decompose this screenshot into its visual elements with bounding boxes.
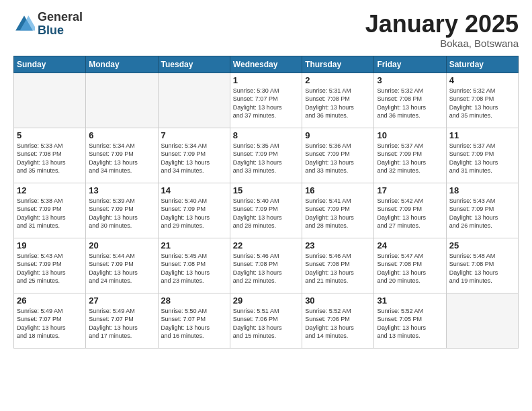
calendar-week-1: 1Sunrise: 5:30 AM Sunset: 7:07 PM Daylig… — [14, 73, 519, 128]
header-monday: Monday — [86, 56, 158, 73]
calendar-cell — [14, 73, 86, 128]
day-number: 10 — [377, 130, 443, 140]
calendar-cell: 3Sunrise: 5:32 AM Sunset: 7:08 PM Daylig… — [374, 73, 446, 128]
calendar-cell: 6Sunrise: 5:34 AM Sunset: 7:09 PM Daylig… — [86, 128, 158, 183]
header-row: Sunday Monday Tuesday Wednesday Thursday… — [14, 56, 519, 73]
day-number: 7 — [161, 130, 227, 140]
calendar-cell — [446, 293, 518, 348]
header-wednesday: Wednesday — [230, 56, 302, 73]
day-number: 27 — [89, 295, 154, 306]
calendar-week-2: 5Sunrise: 5:33 AM Sunset: 7:08 PM Daylig… — [14, 128, 519, 183]
day-number: 30 — [305, 295, 371, 306]
day-number: 26 — [17, 295, 83, 306]
day-info: Sunrise: 5:48 AM Sunset: 7:08 PM Dayligh… — [449, 252, 515, 285]
day-info: Sunrise: 5:40 AM Sunset: 7:09 PM Dayligh… — [233, 197, 299, 230]
calendar-cell: 2Sunrise: 5:31 AM Sunset: 7:08 PM Daylig… — [302, 73, 374, 128]
day-number: 11 — [449, 130, 515, 140]
calendar-cell: 17Sunrise: 5:42 AM Sunset: 7:09 PM Dayli… — [374, 183, 446, 238]
day-info: Sunrise: 5:52 AM Sunset: 7:05 PM Dayligh… — [377, 307, 443, 340]
day-number: 1 — [233, 75, 299, 85]
calendar-cell: 15Sunrise: 5:40 AM Sunset: 7:09 PM Dayli… — [230, 183, 302, 238]
day-info: Sunrise: 5:39 AM Sunset: 7:09 PM Dayligh… — [89, 197, 154, 230]
calendar-cell: 8Sunrise: 5:35 AM Sunset: 7:09 PM Daylig… — [230, 128, 302, 183]
calendar-cell — [86, 73, 158, 128]
header-sunday: Sunday — [14, 56, 86, 73]
day-info: Sunrise: 5:33 AM Sunset: 7:08 PM Dayligh… — [17, 142, 83, 175]
day-info: Sunrise: 5:41 AM Sunset: 7:09 PM Dayligh… — [305, 197, 371, 230]
day-info: Sunrise: 5:30 AM Sunset: 7:07 PM Dayligh… — [233, 87, 299, 120]
day-number: 2 — [305, 75, 371, 85]
calendar-week-5: 26Sunrise: 5:49 AM Sunset: 7:07 PM Dayli… — [14, 293, 519, 348]
calendar-header: Sunday Monday Tuesday Wednesday Thursday… — [14, 56, 519, 73]
calendar-title: January 2025 — [365, 11, 519, 38]
calendar-cell: 29Sunrise: 5:51 AM Sunset: 7:06 PM Dayli… — [230, 293, 302, 348]
calendar-cell — [158, 73, 230, 128]
day-info: Sunrise: 5:34 AM Sunset: 7:09 PM Dayligh… — [89, 142, 154, 175]
day-number: 29 — [233, 295, 299, 306]
day-number: 23 — [305, 240, 371, 250]
day-info: Sunrise: 5:52 AM Sunset: 7:06 PM Dayligh… — [305, 307, 371, 340]
day-number: 4 — [449, 75, 515, 85]
day-number: 14 — [161, 185, 227, 195]
day-info: Sunrise: 5:42 AM Sunset: 7:09 PM Dayligh… — [377, 197, 443, 230]
day-info: Sunrise: 5:31 AM Sunset: 7:08 PM Dayligh… — [305, 87, 371, 120]
calendar-cell: 20Sunrise: 5:44 AM Sunset: 7:09 PM Dayli… — [86, 238, 158, 293]
day-info: Sunrise: 5:35 AM Sunset: 7:09 PM Dayligh… — [233, 142, 299, 175]
calendar-table: Sunday Monday Tuesday Wednesday Thursday… — [13, 56, 519, 349]
calendar-cell: 28Sunrise: 5:50 AM Sunset: 7:07 PM Dayli… — [158, 293, 230, 348]
calendar-cell: 18Sunrise: 5:43 AM Sunset: 7:09 PM Dayli… — [446, 183, 518, 238]
calendar-cell: 19Sunrise: 5:43 AM Sunset: 7:09 PM Dayli… — [14, 238, 86, 293]
logo-text: General Blue — [38, 11, 83, 38]
logo-blue: Blue — [38, 24, 83, 38]
calendar-cell: 16Sunrise: 5:41 AM Sunset: 7:09 PM Dayli… — [302, 183, 374, 238]
calendar-cell: 26Sunrise: 5:49 AM Sunset: 7:07 PM Dayli… — [14, 293, 86, 348]
calendar-subtitle: Bokaa, Botswana — [365, 38, 519, 49]
day-number: 8 — [233, 130, 299, 140]
calendar-cell: 7Sunrise: 5:34 AM Sunset: 7:09 PM Daylig… — [158, 128, 230, 183]
calendar-cell: 4Sunrise: 5:32 AM Sunset: 7:08 PM Daylig… — [446, 73, 518, 128]
day-info: Sunrise: 5:37 AM Sunset: 7:09 PM Dayligh… — [449, 142, 515, 175]
day-number: 16 — [305, 185, 371, 195]
day-number: 6 — [89, 130, 154, 140]
day-number: 5 — [17, 130, 83, 140]
calendar-cell: 13Sunrise: 5:39 AM Sunset: 7:09 PM Dayli… — [86, 183, 158, 238]
day-info: Sunrise: 5:45 AM Sunset: 7:08 PM Dayligh… — [161, 252, 227, 285]
day-number: 9 — [305, 130, 371, 140]
day-number: 17 — [377, 185, 443, 195]
day-info: Sunrise: 5:49 AM Sunset: 7:07 PM Dayligh… — [89, 307, 154, 340]
day-number: 19 — [17, 240, 83, 250]
day-info: Sunrise: 5:32 AM Sunset: 7:08 PM Dayligh… — [377, 87, 443, 120]
day-number: 13 — [89, 185, 154, 195]
day-number: 22 — [233, 240, 299, 250]
day-info: Sunrise: 5:43 AM Sunset: 7:09 PM Dayligh… — [449, 197, 515, 230]
day-info: Sunrise: 5:38 AM Sunset: 7:09 PM Dayligh… — [17, 197, 83, 230]
calendar-cell: 23Sunrise: 5:46 AM Sunset: 7:08 PM Dayli… — [302, 238, 374, 293]
calendar-cell: 5Sunrise: 5:33 AM Sunset: 7:08 PM Daylig… — [14, 128, 86, 183]
day-number: 24 — [377, 240, 443, 250]
calendar-cell: 12Sunrise: 5:38 AM Sunset: 7:09 PM Dayli… — [14, 183, 86, 238]
day-number: 21 — [161, 240, 227, 250]
calendar-cell: 31Sunrise: 5:52 AM Sunset: 7:05 PM Dayli… — [374, 293, 446, 348]
calendar-week-3: 12Sunrise: 5:38 AM Sunset: 7:09 PM Dayli… — [14, 183, 519, 238]
day-info: Sunrise: 5:46 AM Sunset: 7:08 PM Dayligh… — [305, 252, 371, 285]
calendar-cell: 11Sunrise: 5:37 AM Sunset: 7:09 PM Dayli… — [446, 128, 518, 183]
calendar-cell: 22Sunrise: 5:46 AM Sunset: 7:08 PM Dayli… — [230, 238, 302, 293]
header-friday: Friday — [374, 56, 446, 73]
calendar-cell: 14Sunrise: 5:40 AM Sunset: 7:09 PM Dayli… — [158, 183, 230, 238]
day-number: 20 — [89, 240, 154, 250]
calendar-cell: 9Sunrise: 5:36 AM Sunset: 7:09 PM Daylig… — [302, 128, 374, 183]
calendar-cell: 24Sunrise: 5:47 AM Sunset: 7:08 PM Dayli… — [374, 238, 446, 293]
day-number: 18 — [449, 185, 515, 195]
logo-general: General — [38, 11, 83, 24]
logo-icon — [13, 13, 35, 35]
day-number: 3 — [377, 75, 443, 85]
calendar-cell: 30Sunrise: 5:52 AM Sunset: 7:06 PM Dayli… — [302, 293, 374, 348]
logo: General Blue — [13, 11, 83, 38]
day-info: Sunrise: 5:44 AM Sunset: 7:09 PM Dayligh… — [89, 252, 154, 285]
header: General Blue January 2025 Bokaa, Botswan… — [13, 11, 519, 49]
day-info: Sunrise: 5:37 AM Sunset: 7:09 PM Dayligh… — [377, 142, 443, 175]
day-info: Sunrise: 5:47 AM Sunset: 7:08 PM Dayligh… — [377, 252, 443, 285]
calendar-cell: 27Sunrise: 5:49 AM Sunset: 7:07 PM Dayli… — [86, 293, 158, 348]
day-info: Sunrise: 5:51 AM Sunset: 7:06 PM Dayligh… — [233, 307, 299, 340]
header-tuesday: Tuesday — [158, 56, 230, 73]
